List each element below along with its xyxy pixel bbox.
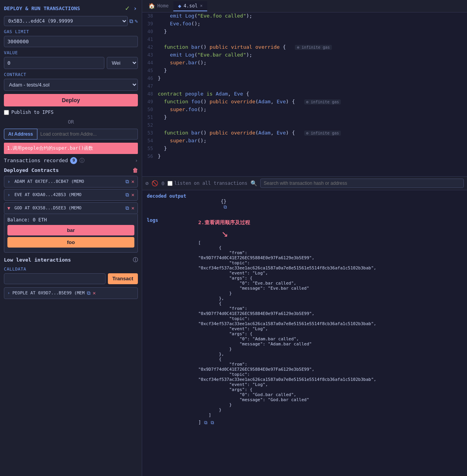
at-address-button[interactable]: At Address [4, 129, 37, 140]
deployed-contracts-label: Deployed Contracts [4, 167, 59, 173]
right-panel: 🏠 Home ◆ 4.sol ✕ 38 emit Log("Eve.foo ca… [142, 0, 467, 476]
foo-button[interactable]: foo [7, 237, 134, 248]
or-divider: OR [4, 119, 138, 125]
code-line-40: 40 } [142, 28, 467, 36]
logs-value: [ { "from": "0x9D7f74d0C41E726EC95884E0e… [198, 240, 462, 418]
value-row: Wei [4, 57, 138, 69]
publish-row: Publish to IPFS [4, 110, 138, 115]
home-tab-icon: 🏠 [148, 3, 155, 9]
filter-icon[interactable]: ⊘ [145, 180, 148, 186]
logs-row: logs 2.查看调用顺序及过程 ↘ [ { "from": "0x9D7f74… [147, 218, 462, 425]
code-line-38: 38 emit Log("Eve.foo called"); [142, 12, 467, 20]
chevron-right-icon[interactable]: › [135, 157, 138, 163]
low-level-info-icon[interactable]: ⓘ [133, 257, 138, 264]
code-line-49: 49 function foo() public override(Adam, … [142, 98, 467, 106]
deploy-button[interactable]: Deploy [4, 94, 138, 106]
check-icon[interactable]: ✓ [125, 4, 130, 13]
logs-content-wrapper: 2.查看调用顺序及过程 ↘ [ { "from": "0x9D7f74d0C41… [198, 218, 462, 425]
calldata-row: Transact [4, 273, 138, 284]
god-copy-icon[interactable]: ⧉ [125, 205, 129, 211]
publish-checkbox[interactable] [4, 110, 9, 115]
eve-expand-icon[interactable]: › [7, 192, 12, 198]
trash-icon[interactable]: 🗑 [132, 167, 138, 173]
code-area[interactable]: 38 emit Log("Eve.foo called"); 39 Eve.fo… [142, 12, 467, 176]
annotation-2: 2.查看调用顺序及过程 [198, 219, 462, 226]
tab-4sol-close[interactable]: ✕ [200, 3, 203, 8]
god-close-icon[interactable]: ✕ [131, 205, 134, 211]
people-expand-icon[interactable]: › [7, 290, 10, 296]
adam-expand-icon[interactable]: › [7, 179, 12, 184]
load-contract-input[interactable] [37, 129, 138, 140]
gas-limit-label: GAS LIMIT [4, 29, 138, 34]
panel-title-icons: ✓ › [125, 4, 138, 13]
calldata-input[interactable] [4, 273, 106, 284]
code-line-55: 55 } [142, 145, 467, 153]
code-line-47: 47 [142, 83, 467, 90]
adam-contract-name: ADAM AT 0X7EF...8CB47 (MEMO [14, 179, 123, 184]
search-icon[interactable]: 🔍 [250, 180, 257, 186]
logs-copy-btn1[interactable]: ⧉ [204, 420, 208, 425]
forward-icon[interactable]: › [132, 4, 138, 13]
code-line-53: 53 function bar() public override(Adam, … [142, 129, 467, 137]
transact-button[interactable]: Transact [108, 273, 138, 284]
copy-address-icon[interactable]: ⧉ [129, 18, 133, 25]
decoded-copy-btn[interactable]: ⧉ [221, 204, 227, 210]
search-input[interactable] [260, 179, 464, 188]
code-line-50: 50 super.foo(); [142, 106, 467, 114]
left-panel: DEPLOY & RUN TRANSACTIONS ✓ › 0x5B3...ed… [0, 0, 142, 476]
eve-close-icon[interactable]: ✕ [131, 192, 134, 198]
god-contract-item: ▼ GOD AT 0X358...D5EE3 (MEMO ⧉ ✕ [4, 202, 138, 214]
panel-title-text: DEPLOY & RUN TRANSACTIONS [4, 5, 80, 11]
output-area[interactable]: decoded output {} ⧉ logs 2.查看调用顺序及过程 ↘ [… [142, 190, 467, 476]
bar-button[interactable]: bar [7, 225, 134, 235]
gas-limit-input[interactable] [4, 36, 138, 47]
adam-contract-item: › ADAM AT 0X7EF...8CB47 (MEMO ⧉ ✕ [4, 176, 138, 188]
people-copy-icon[interactable]: ⧉ [87, 290, 90, 296]
tab-home[interactable]: 🏠 Home [144, 1, 173, 11]
transactions-badge: 9 [70, 157, 77, 164]
listen-label: listen on all transactions [174, 180, 247, 186]
logs-copy-btn2[interactable]: ⧉ [211, 420, 214, 425]
logs-bracket: ] [198, 420, 201, 425]
people-contract-name: PEOPLE AT 0X9D7...B5E99 (MEM [12, 290, 85, 296]
contract-select[interactable]: Adam - tests/4.sol [4, 79, 138, 91]
tx-count: 0 [161, 180, 164, 186]
people-close-icon[interactable]: ✕ [93, 290, 96, 296]
low-level-label: Low level interactions [4, 257, 71, 263]
low-level-title: Low level interactions ⓘ [4, 257, 138, 264]
code-line-52: 52 [142, 122, 467, 129]
adam-copy-icon[interactable]: ⧉ [125, 179, 129, 185]
god-expand-icon[interactable]: ▼ [7, 205, 12, 211]
code-line-46: 46 } [142, 75, 467, 83]
clear-icon[interactable]: 🚫 [152, 180, 158, 186]
edit-address-icon[interactable]: ✎ [135, 18, 138, 24]
panel-title: DEPLOY & RUN TRANSACTIONS ✓ › [4, 4, 138, 13]
code-line-48: 48 contract people is Adam, Eve { [142, 90, 467, 98]
info-icon[interactable]: ⓘ [79, 157, 85, 164]
balance-row: Balance: 0 ETH [7, 217, 134, 223]
address-select[interactable]: 0x5B3...eddC4 (99.99999 [4, 16, 128, 26]
bottom-bar: ⊘ 🚫 0 listen on all transactions 🔍 [142, 176, 467, 190]
listen-checkbox-row: listen on all transactions [167, 180, 247, 186]
code-line-45: 45 } [142, 67, 467, 75]
code-line-51: 51 } [142, 114, 467, 122]
contract-label: CONTRACT [4, 72, 138, 77]
address-row: 0x5B3...eddC4 (99.99999 ⧉ ✎ [4, 16, 138, 26]
tab-4sol[interactable]: ◆ 4.sol ✕ [173, 1, 207, 11]
value-label: VALUE [4, 50, 138, 55]
god-expanded: Balance: 0 ETH bar foo [4, 214, 138, 253]
adam-close-icon[interactable]: ✕ [131, 179, 134, 184]
listen-checkbox[interactable] [167, 181, 173, 186]
unit-select[interactable]: Wei [107, 57, 138, 69]
value-input[interactable] [4, 57, 104, 69]
logs-label: logs [147, 218, 194, 223]
logs-copy-row: ] ⧉ ⧉ [198, 420, 462, 425]
eve-copy-icon[interactable]: ⧉ [125, 192, 129, 198]
code-line-43: 43 emit Log("Eve.bar called"); [142, 51, 467, 59]
decoded-output-row: decoded output {} ⧉ [147, 193, 462, 215]
deployed-title: Deployed Contracts 🗑 [4, 167, 138, 173]
code-line-42: 42 function bar() public virtual overrid… [142, 44, 467, 51]
publish-label: Publish to IPFS [11, 110, 53, 115]
tab-4sol-label: 4.sol [183, 3, 197, 9]
code-line-39: 39 Eve.foo(); [142, 20, 467, 28]
